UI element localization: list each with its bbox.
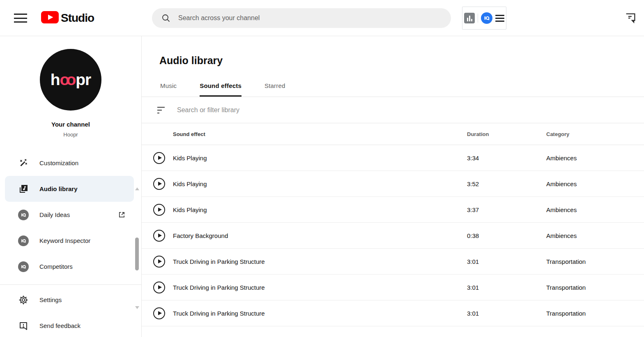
channel-name: Hoopr	[0, 132, 141, 138]
audio-library-icon	[18, 184, 29, 194]
extension-menu-icon[interactable]	[495, 15, 504, 22]
sound-effect-title: Kids Playing	[173, 206, 467, 213]
duration-value: 3:34	[467, 155, 546, 162]
sidebar-item-label: Settings	[39, 296, 62, 303]
channel-avatar[interactable]: hoopr	[40, 49, 101, 111]
sidebar-item-settings[interactable]: Settings	[0, 287, 141, 313]
table-row[interactable]: Kids Playing 3:34 Ambiences	[142, 145, 644, 171]
vidiq-icon[interactable]	[481, 12, 492, 24]
sound-effect-title: Truck Driving in Parking Structure	[173, 310, 467, 317]
sidebar-scrollbar	[135, 187, 140, 309]
sidebar-item-label: Keyword Inspector	[39, 237, 90, 244]
channel-title: Your channel	[0, 121, 141, 128]
search-icon	[161, 13, 171, 23]
duration-value: 3:37	[467, 206, 546, 213]
duration-value: 3:01	[467, 284, 546, 291]
channel-search-bar	[152, 8, 451, 28]
page-title: Audio library	[142, 36, 644, 67]
sidebar-item-label: Audio library	[39, 185, 78, 192]
library-filter-input[interactable]	[177, 106, 644, 114]
hamburger-menu-icon[interactable]	[14, 13, 27, 23]
sidebar-item-customization[interactable]: Customization	[0, 150, 141, 176]
feedback-exclamation-icon	[18, 321, 29, 331]
duration-value: 3:52	[467, 180, 546, 187]
play-button[interactable]	[153, 204, 165, 216]
table-row[interactable]: Truck Driving in Parking Structure 3:01 …	[142, 249, 644, 275]
sound-effect-title: Truck Driving in Parking Structure	[173, 284, 467, 291]
filter-icon[interactable]	[157, 107, 167, 113]
category-value: Ambiences	[546, 155, 644, 162]
sidebar-item-label: Send feedback	[39, 322, 80, 329]
play-button[interactable]	[153, 178, 165, 190]
table-row[interactable]: Factory Background 0:38 Ambiences	[142, 223, 644, 249]
column-header-sound-effect: Sound effect	[173, 131, 467, 137]
main-content: Audio library Music Sound effects Starre…	[142, 36, 644, 337]
duration-value: 3:01	[467, 258, 546, 265]
sidebar-item-keyword-inspector[interactable]: Keyword Inspector	[0, 228, 141, 254]
category-value: Ambiences	[546, 180, 644, 187]
table-row[interactable]: Kids Playing 3:37 Ambiences	[142, 197, 644, 223]
vidiq-icon	[18, 210, 29, 220]
sidebar-item-competitors[interactable]: Competitors	[0, 254, 141, 279]
tab-sound-effects[interactable]: Sound effects	[200, 82, 242, 97]
sound-effect-title: Factory Background	[173, 232, 467, 239]
vidiq-icon	[18, 235, 29, 246]
sidebar-item-audio-library[interactable]: Audio library	[5, 176, 134, 202]
duration-value: 3:01	[467, 310, 546, 317]
gear-icon	[18, 295, 29, 305]
category-value: Transportation	[546, 258, 644, 265]
sidebar-item-label: Competitors	[39, 263, 73, 270]
play-button[interactable]	[153, 230, 165, 242]
play-button[interactable]	[153, 152, 165, 164]
vidiq-icon	[18, 261, 29, 272]
youtube-play-icon	[41, 11, 59, 25]
duration-value: 0:38	[467, 232, 546, 239]
stats-chart-icon[interactable]	[464, 13, 475, 23]
tab-music[interactable]: Music	[160, 82, 177, 97]
scroll-down-arrow-icon[interactable]	[135, 306, 139, 309]
sidebar-item-label: Daily Ideas	[39, 211, 70, 218]
feedback-bubble-icon[interactable]	[624, 12, 637, 25]
table-row[interactable]: Truck Driving in Parking Structure 3:01 …	[142, 300, 644, 326]
sidebar: hoopr Your channel Hoopr	[0, 36, 142, 337]
browser-extension-cluster	[462, 7, 506, 30]
table-row[interactable]: Kids Playing 3:52 Ambiences	[142, 171, 644, 197]
sidebar-item-label: Customization	[39, 159, 78, 166]
magic-wand-icon	[18, 158, 29, 168]
channel-header: hoopr Your channel Hoopr	[0, 36, 141, 138]
filter-bar	[142, 97, 644, 123]
sound-effect-title: Kids Playing	[173, 180, 467, 187]
play-button[interactable]	[153, 256, 165, 268]
column-header-duration: Duration	[467, 131, 546, 137]
scrollbar-thumb[interactable]	[135, 238, 139, 270]
studio-logo-text: Studio	[61, 12, 94, 25]
sound-effect-title: Truck Driving in Parking Structure	[173, 258, 467, 265]
tab-starred[interactable]: Starred	[264, 82, 285, 97]
play-button[interactable]	[153, 307, 165, 319]
category-value: Transportation	[546, 284, 644, 291]
top-bar: Studio	[0, 0, 644, 36]
app-window: Studio	[0, 0, 644, 337]
table-header: Sound effect Duration Category	[142, 123, 644, 145]
sidebar-menu: Customization Audio library	[0, 150, 141, 279]
search-input[interactable]	[178, 14, 451, 22]
scroll-up-arrow-icon[interactable]	[135, 187, 139, 190]
play-button[interactable]	[153, 282, 165, 293]
sound-effect-title: Kids Playing	[173, 155, 467, 162]
category-value: Transportation	[546, 310, 644, 317]
tab-bar: Music Sound effects Starred	[142, 67, 644, 97]
sidebar-item-daily-ideas[interactable]: Daily Ideas	[0, 202, 141, 228]
category-value: Ambiences	[546, 232, 644, 239]
external-link-icon	[118, 211, 126, 219]
youtube-studio-logo[interactable]: Studio	[41, 11, 94, 25]
sidebar-item-send-feedback[interactable]: Send feedback	[0, 313, 141, 337]
category-value: Ambiences	[546, 206, 644, 213]
sidebar-footer: Settings Send feedback	[0, 284, 141, 337]
column-header-category: Category	[546, 131, 644, 137]
extension-divider	[478, 14, 478, 23]
table-row[interactable]: Truck Driving in Parking Structure 3:01 …	[142, 275, 644, 300]
